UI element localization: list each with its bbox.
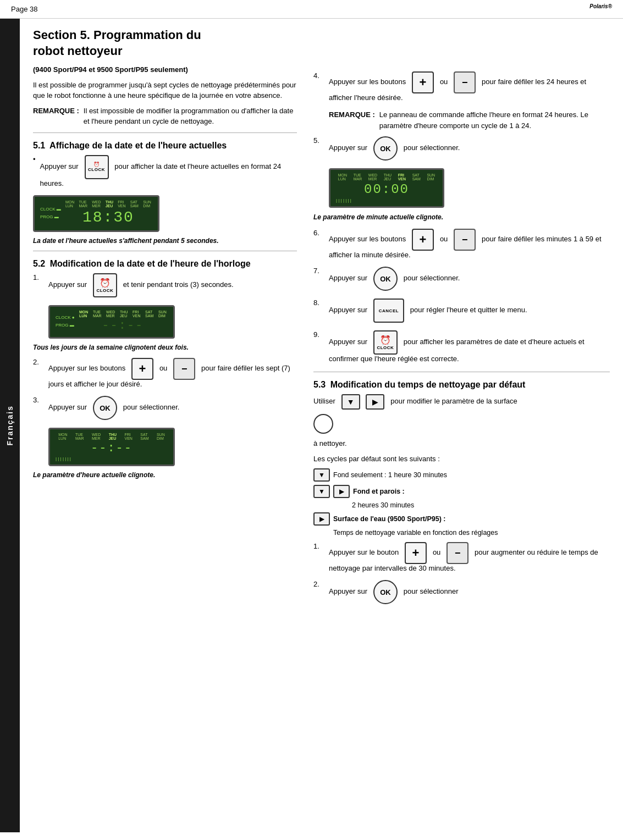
clock-icon-2: ⏰ xyxy=(100,278,111,288)
minus-button-3[interactable]: − xyxy=(454,229,476,251)
ok-button-53[interactable]: OK xyxy=(373,580,398,604)
caption-52-3: Le paramètre d'heure actuelle clignote. xyxy=(33,471,297,480)
lcd-display-1: CLOCK ▬ PROG ▬ MONLUNTUEMARWEDMERTHUJEUF… xyxy=(33,195,297,232)
lcd-display-5: MONLUNTUEMARWEDMERTHUJEUFRIVENSATSAMSUND… xyxy=(329,168,610,208)
section-51-title: 5.1 Affichage de la date et de l'heure a… xyxy=(33,141,297,151)
ok-button-1[interactable]: OK xyxy=(93,396,117,420)
cycle-3: ▶ Surface de l'eau (9500 Sport/P95) : Te… xyxy=(313,512,610,537)
step-53-1: 1. Appuyer sur le bouton + ou − pour aug… xyxy=(313,542,610,572)
left-column: Section 5. Programmation du robot nettoy… xyxy=(33,27,297,612)
remarque-4: REMARQUE : Le panneau de commande affich… xyxy=(329,109,610,131)
lcd-time-2: --:-- xyxy=(78,319,168,333)
cycles-label: Les cycles par défaut sont les suivants … xyxy=(313,454,610,465)
ok-button-2[interactable]: OK xyxy=(373,136,398,161)
caption-52-1: Tous les jours de la semaine clignotent … xyxy=(33,343,297,352)
plus-button-53[interactable]: + xyxy=(405,542,427,564)
cycle3-sub: Temps de nettoyage variable en fonction … xyxy=(333,529,498,537)
section-53-a-nettoyer: à nettoyer. xyxy=(313,438,610,449)
lcd-time-5: 00:00 xyxy=(336,182,437,197)
sidebar-french: Français xyxy=(0,19,20,832)
step-8: 8. Appuyer sur CANCEL pour régler l'heur… xyxy=(313,299,610,323)
arrow-down-button-1[interactable]: ▼ xyxy=(341,394,360,410)
subtitle: (9400 Sport/P94 et 9500 Sport/P95 seulem… xyxy=(33,65,188,74)
arrow-right-cycle2[interactable]: ▶ xyxy=(333,485,350,498)
logo-sup: ® xyxy=(608,3,612,9)
clock-button-51[interactable]: ⏰ CLOCK xyxy=(85,155,109,179)
clock-label: CLOCK xyxy=(88,167,105,172)
lcd-time-3: --:-- xyxy=(56,441,168,455)
page-number: Page 38 xyxy=(11,5,37,13)
caption-51: La date et l'heure actuelles s'affichent… xyxy=(33,236,297,246)
step-52-3: 3. Appuyer sur OK pour sélectionner. xyxy=(33,396,297,420)
section-52-title: 5.2 Modification de la date et de l'heur… xyxy=(33,259,297,269)
step-9: 9. Appuyer sur ⏰ CLOCK pour afficher les… xyxy=(313,330,610,363)
minus-button-1[interactable]: − xyxy=(173,358,195,380)
logo-text: Polaris xyxy=(589,3,608,9)
section-51-bullet: • Appuyer sur ⏰ CLOCK pour afficher la d… xyxy=(33,155,297,187)
section-53-utiliser: Utiliser ▼ ▶ pour modifier le paramètre … xyxy=(313,394,610,410)
sidebar-label: Français xyxy=(5,405,14,446)
remarque-intro: REMARQUE : Il est impossible de modifier… xyxy=(33,106,297,127)
screen-label-5: Le paramètre de minute actuelle clignote… xyxy=(313,212,610,222)
pool-icon-wrapper xyxy=(313,414,610,434)
cancel-button[interactable]: CANCEL xyxy=(373,299,404,323)
arrow-down-cycle1[interactable]: ▼ xyxy=(313,468,330,482)
cycle-1: ▼ Fond seulement : 1 heure 30 minutes xyxy=(313,468,610,482)
step-7: 7. Appuyer sur OK pour sélectionner. xyxy=(313,267,610,291)
right-column: 4. Appuyer sur les boutons + ou − pour f… xyxy=(313,27,610,612)
clock-icon: ⏰ xyxy=(93,162,100,167)
plus-button-3[interactable]: + xyxy=(412,229,434,251)
arrow-right-button-1[interactable]: ▶ xyxy=(366,394,384,410)
arrow-right-cycle3[interactable]: ▶ xyxy=(313,512,330,526)
step-5: 5. Appuyer sur OK pour sélectionner. xyxy=(313,136,610,161)
step-53-2: 2. Appuyer sur OK pour sélectionner xyxy=(313,580,610,604)
page-header: Page 38 Polaris® xyxy=(0,0,623,19)
clock-button-52-1[interactable]: ⏰ CLOCK xyxy=(93,273,117,297)
lcd-time-1: 18:30 xyxy=(64,209,152,226)
lcd-display-2: CLOCK ● PROG ▬ MONLUNTUEMARWEDMERTHUJEUF… xyxy=(48,305,297,339)
clock-button-9[interactable]: ⏰ CLOCK xyxy=(373,330,398,355)
main-content: Section 5. Programmation du robot nettoy… xyxy=(20,19,623,832)
section-title: Section 5. Programmation du robot nettoy… xyxy=(33,27,297,59)
lcd-display-3: MONLUNTUEMARWEDMERTHUJEUFRIVENSATSAMSUND… xyxy=(48,428,297,466)
step-6: 6. Appuyer sur les boutons + ou − pour f… xyxy=(313,229,610,259)
ok-button-3[interactable]: OK xyxy=(373,267,398,291)
plus-button-1[interactable]: + xyxy=(131,358,153,380)
minus-button-53[interactable]: − xyxy=(446,542,468,564)
step-52-1: 1. Appuyer sur ⏰ CLOCK et tenir pendant … xyxy=(33,273,297,297)
cycle-2: ▼ ▶ Fond et parois : 2 heures 30 minutes xyxy=(313,485,610,509)
cycle2-sub: 2 heures 30 minutes xyxy=(352,501,414,509)
intro-text: Il est possible de programmer jusqu'à se… xyxy=(33,80,297,101)
plus-button-2[interactable]: + xyxy=(412,71,434,93)
pool-icon xyxy=(313,414,333,434)
arrow-down-cycle2[interactable]: ▼ xyxy=(313,485,330,498)
step-4: 4. Appuyer sur les boutons + ou − pour f… xyxy=(313,71,610,102)
clock-icon-9: ⏰ xyxy=(380,335,392,345)
section-53-title: 5.3 Modification du temps de nettoyage p… xyxy=(313,380,610,390)
polaris-logo: Polaris® xyxy=(589,3,612,15)
minus-button-2[interactable]: − xyxy=(454,71,476,93)
step-52-2: 2. Appuyer sur les boutons + ou − pour f… xyxy=(33,358,297,388)
